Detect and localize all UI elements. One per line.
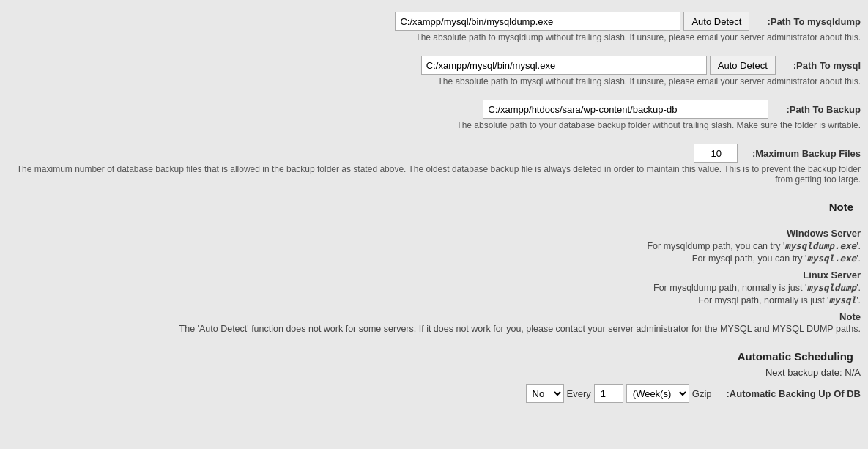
backup-path-row: :Path To Backup The absolute path to you… [0, 95, 868, 135]
scheduling-row: No Yes Every (Week(s) (Day(s) (Month(s) … [0, 381, 868, 406]
mysql-row: Auto Detect :Path To mysql The absolute … [0, 51, 868, 91]
linux-mysql-code: mysql [829, 294, 857, 305]
period-select[interactable]: (Week(s) (Day(s) (Month(s) [626, 384, 689, 403]
scheduling-title: Automatic Scheduling [0, 350, 861, 363]
max-backup-input[interactable] [694, 144, 738, 163]
gzip-label: Gzip [692, 388, 712, 399]
windows-server-title: Windows Server [7, 228, 861, 239]
mysql-input[interactable] [421, 56, 707, 75]
windows-line1-plain: For mysqldump path, you can try ' [647, 241, 784, 251]
interval-input[interactable] [594, 384, 623, 403]
linux-line2-end: '. [856, 295, 861, 305]
windows-line2-plain: For mysql path, you can try ' [692, 253, 807, 264]
windows-line2-end: '. [856, 253, 861, 264]
max-backup-label: :Maximum Backup Files [752, 148, 861, 159]
mysqldump-row: Auto Detect :Path To mysqldump The absol… [0, 7, 868, 47]
every-label: Every [567, 388, 591, 399]
windows-line1: For mysqldump path, you can try 'mysqldu… [7, 240, 861, 251]
extra-note-title: Note [7, 311, 861, 322]
mysql-desc: The absolute path to mysql without trail… [7, 76, 861, 86]
linux-server-title: Linux Server [7, 270, 861, 281]
backup-date-text: Next backup date: N/A [0, 367, 868, 378]
linux-line1-end: '. [856, 283, 861, 293]
linux-line1-plain: For mysqldump path, normally is just ' [653, 283, 806, 293]
linux-line2-plain: For mysql path, normally is just ' [698, 295, 828, 305]
extra-note-line: The 'Auto Detect' function does not work… [7, 324, 861, 334]
mysql-auto-detect-button[interactable]: Auto Detect [710, 56, 776, 75]
linux-line1: For mysqldump path, normally is just 'my… [7, 282, 861, 293]
sched-controls: No Yes Every (Week(s) (Day(s) (Month(s) … [526, 384, 712, 403]
auto-backing-label: :Automatic Backing Up Of DB [727, 388, 861, 399]
linux-line2: For mysql path, normally is just 'mysql'… [7, 294, 861, 305]
note-block: Windows Server For mysqldump path, you c… [0, 218, 868, 338]
mysqldump-label: :Path To mysqldump [767, 16, 861, 27]
mysqldump-input[interactable] [395, 12, 680, 31]
main-container: Auto Detect :Path To mysqldump The absol… [0, 0, 868, 413]
backup-path-label: :Path To Backup [786, 104, 861, 115]
max-backup-row: :Maximum Backup Files The maximum number… [0, 139, 868, 189]
windows-line2: For mysql path, you can try 'mysql.exe'. [7, 253, 861, 264]
windows-mysqldump-code: mysqldump.exe [784, 240, 856, 251]
windows-line1-end: '. [856, 241, 861, 251]
windows-mysql-code: mysql.exe [806, 253, 856, 264]
mysqldump-auto-detect-button[interactable]: Auto Detect [683, 12, 749, 31]
backup-path-input[interactable] [483, 100, 768, 119]
no-yes-select[interactable]: No Yes [526, 384, 564, 403]
mysql-label: :Path To mysql [793, 60, 861, 71]
mysqldump-desc: The absolute path to mysqldump without t… [7, 32, 861, 42]
note-title: Note [0, 201, 861, 213]
linux-mysqldump-code: mysqldump [806, 282, 856, 293]
max-backup-desc: The maximum number of database backup fi… [7, 164, 861, 185]
backup-path-desc: The absolute path to your database backu… [7, 120, 861, 130]
